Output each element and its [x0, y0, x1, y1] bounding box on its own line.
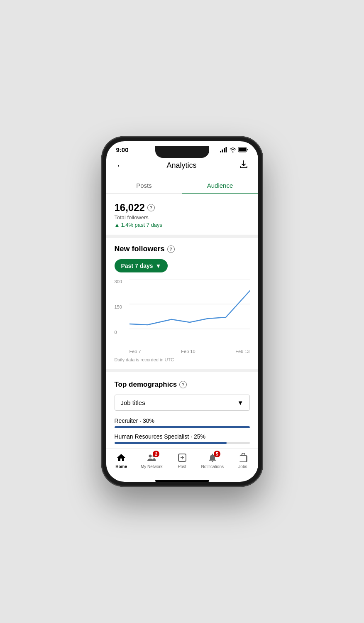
y-label-150: 150: [115, 304, 129, 309]
download-icon: [239, 160, 248, 169]
signal-icon: [220, 147, 227, 152]
followers-section: 16,022 ? Total followers ▲ 1.4% past 7 d…: [106, 194, 258, 238]
new-followers-info-icon[interactable]: ?: [167, 245, 175, 253]
bell-icon: 5: [207, 452, 218, 463]
nav-item-network[interactable]: 2 My Network: [137, 452, 167, 469]
chart-svg: [129, 279, 250, 347]
period-button[interactable]: Past 7 days ▼: [115, 259, 168, 272]
network-label: My Network: [141, 464, 163, 469]
post-icon: [177, 452, 188, 463]
period-label: Past 7 days: [121, 262, 153, 269]
dropdown-chevron-icon: ▼: [237, 399, 244, 406]
wifi-icon: [230, 147, 236, 152]
post-label: Post: [178, 464, 186, 469]
phone-screen: 9:00: [106, 141, 258, 482]
nav-item-home[interactable]: Home: [106, 452, 137, 469]
network-icon: 2: [146, 452, 157, 463]
notch: [155, 146, 209, 158]
growth-arrow: ▲: [115, 222, 120, 228]
chart-y-labels: 300 150 0: [115, 279, 129, 344]
network-badge: 2: [153, 451, 159, 457]
nav-item-notifications[interactable]: 5 Notifications: [197, 452, 227, 469]
svg-point-9: [149, 455, 152, 458]
chart-container: 300 150 0: [115, 279, 250, 354]
y-label-300: 300: [115, 279, 129, 284]
x-label-feb7: Feb 7: [129, 349, 141, 354]
tab-audience[interactable]: Audience: [182, 178, 258, 193]
chart-x-labels: Feb 7 Feb 10 Feb 13: [129, 349, 250, 354]
nav-item-jobs[interactable]: Jobs: [227, 452, 258, 469]
new-followers-title: New followers ?: [115, 245, 250, 253]
followers-growth: ▲ 1.4% past 7 days: [115, 222, 250, 228]
y-label-0: 0: [115, 330, 129, 335]
status-time: 9:00: [116, 146, 129, 153]
jobs-icon: [237, 452, 248, 463]
growth-text: 1.4% past 7 days: [121, 222, 162, 228]
svg-rect-2: [224, 148, 225, 152]
x-label-feb13: Feb 13: [235, 349, 249, 354]
phone-shell: 9:00: [101, 136, 263, 487]
bar-item-hr-specialist: Human Resources Specialist · 25%: [115, 433, 250, 444]
bar-fill-recruiter: [115, 426, 250, 428]
battery-icon: [238, 147, 248, 152]
bar-label-hr-specialist: Human Resources Specialist · 25%: [115, 433, 250, 440]
bar-item-recruiter: Recruiter · 30%: [115, 417, 250, 428]
demographics-title: Top demographics ?: [115, 380, 250, 389]
bar-track-hr-specialist: [115, 442, 250, 444]
svg-rect-5: [239, 148, 246, 152]
notifications-badge: 5: [214, 451, 220, 457]
home-icon: [116, 452, 127, 463]
demographics-info-icon[interactable]: ?: [179, 381, 187, 388]
followers-info-icon[interactable]: ?: [147, 204, 155, 211]
bar-fill-hr-specialist: [115, 442, 227, 444]
status-icons: [220, 147, 248, 152]
period-dropdown-icon: ▼: [156, 262, 161, 269]
svg-rect-1: [222, 150, 223, 152]
dropdown-label: Job titles: [121, 399, 145, 406]
new-followers-section: New followers ? Past 7 days ▼ 300 150 0: [106, 238, 258, 372]
header: ← Analytics: [106, 155, 258, 178]
tab-posts[interactable]: Posts: [106, 178, 182, 193]
followers-count: 16,022: [115, 202, 145, 213]
chart-note: Daily data is recorded in UTC: [115, 357, 250, 362]
followers-label: Total followers: [115, 214, 250, 221]
page-title: Analytics: [166, 161, 196, 170]
home-indicator: [155, 480, 209, 482]
x-label-feb10: Feb 10: [181, 349, 195, 354]
demographics-section: Top demographics ? Job titles ▼ Recruite…: [106, 372, 258, 449]
content-area: 16,022 ? Total followers ▲ 1.4% past 7 d…: [106, 194, 258, 449]
jobs-label: Jobs: [238, 464, 247, 469]
back-button[interactable]: ←: [115, 159, 126, 172]
notifications-label: Notifications: [201, 464, 223, 469]
svg-rect-3: [225, 147, 227, 152]
bottom-nav: Home 2 My Network: [106, 449, 258, 477]
bar-track-recruiter: [115, 426, 250, 428]
nav-item-post[interactable]: Post: [167, 452, 197, 469]
svg-rect-0: [220, 151, 221, 152]
bar-label-recruiter: Recruiter · 30%: [115, 417, 250, 424]
demographics-dropdown[interactable]: Job titles ▼: [115, 395, 250, 411]
tabs: Posts Audience: [106, 178, 258, 194]
download-button[interactable]: [237, 158, 250, 173]
home-label: Home: [115, 464, 127, 469]
